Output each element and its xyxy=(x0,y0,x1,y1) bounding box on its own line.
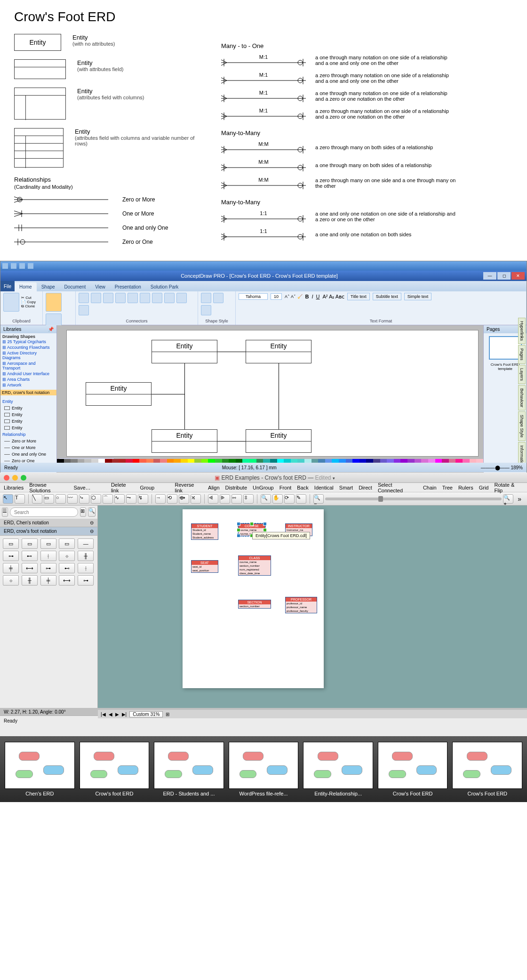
side-tab-pages[interactable]: Pages xyxy=(518,345,526,364)
tab-document[interactable]: Document xyxy=(60,282,91,291)
zoom-in-tool[interactable]: 🔍 xyxy=(261,494,271,504)
menu-ungroup[interactable]: UnGroup xyxy=(253,485,274,490)
ellipse-tool[interactable]: ○ xyxy=(56,494,66,504)
qa-redo-icon[interactable] xyxy=(28,263,33,269)
shadow-button[interactable] xyxy=(201,305,211,315)
text-tool[interactable]: T xyxy=(15,494,25,504)
lib-item[interactable]: ⊞ Active Directory Diagrams xyxy=(2,350,55,361)
connector-chain[interactable] xyxy=(164,293,175,303)
mac-shape[interactable]: ⊶ xyxy=(3,551,19,561)
arc-tool[interactable]: ⌒ xyxy=(103,494,113,504)
menu-direct[interactable]: Direct xyxy=(359,485,372,490)
side-tab-behaviour[interactable]: Behaviour xyxy=(518,385,526,411)
mac-shape[interactable]: ⟐ xyxy=(3,575,19,586)
next-page-button[interactable]: ▶ xyxy=(115,712,119,717)
connector-tree[interactable] xyxy=(176,293,187,303)
fill-button[interactable] xyxy=(201,293,211,303)
line-tool[interactable]: ╲ xyxy=(32,494,42,504)
shape-entity[interactable]: Entity xyxy=(2,405,55,411)
connector-drawing-shapes[interactable] xyxy=(79,293,89,303)
connector-round[interactable] xyxy=(152,293,162,303)
menu-smart[interactable]: Smart xyxy=(339,485,353,490)
font-select[interactable]: Tahoma xyxy=(239,293,268,300)
copy-button[interactable]: 📄 Copy xyxy=(21,300,36,304)
shape-relationship[interactable]: One and only One xyxy=(2,451,55,458)
bold-button[interactable]: B xyxy=(305,294,309,299)
menu-group[interactable]: Group xyxy=(140,485,155,490)
mac-canvas[interactable]: STUDENT Student_id Student_name Student_… xyxy=(98,506,527,708)
line-button[interactable] xyxy=(213,293,224,303)
shape-entity[interactable]: Entity xyxy=(2,425,55,431)
menu-chain[interactable]: Chain xyxy=(423,485,437,490)
zoom-out-button[interactable]: 🔍− xyxy=(313,494,324,504)
title-text-button[interactable]: Title text xyxy=(347,293,370,300)
qa-save-icon[interactable] xyxy=(11,263,16,269)
connector-smart[interactable] xyxy=(128,293,138,303)
view-list-button[interactable]: ☰ xyxy=(2,507,8,517)
connector-direct[interactable] xyxy=(91,293,101,303)
gallery-item[interactable]: Crow's Foot ERD xyxy=(452,742,522,796)
gallery-item[interactable]: Crow's Foot ERD xyxy=(378,742,448,796)
gallery-item[interactable]: WordPress file-refe... xyxy=(229,742,299,796)
side-tab-hyperlinks[interactable]: Hyperlinks xyxy=(518,318,526,344)
menu-reverse-link[interactable]: Reverse link xyxy=(175,482,203,493)
paste-button[interactable] xyxy=(3,293,19,312)
first-page-button[interactable]: |◀ xyxy=(101,712,106,717)
shape-relationship[interactable]: Zero or More xyxy=(2,438,55,444)
erd-professor[interactable]: PROFESSOR professor_id professor_name pr… xyxy=(285,597,317,613)
connector-point[interactable] xyxy=(79,305,89,315)
connector-tool[interactable]: ⤷ xyxy=(79,494,89,504)
tab-home[interactable]: Home xyxy=(15,282,37,291)
select-button[interactable] xyxy=(46,293,62,312)
mac-shape[interactable]: ╪ xyxy=(3,563,19,573)
view-grid-button[interactable]: ⊞ xyxy=(80,507,86,517)
side-tab-layers[interactable]: Layers xyxy=(518,365,526,384)
search-input[interactable] xyxy=(10,507,78,517)
connector-bezier[interactable] xyxy=(115,293,126,303)
erd-section[interactable]: SECTION section_number xyxy=(238,600,271,609)
lib-item[interactable]: ⊞ 25 Typical Orgcharts xyxy=(2,339,55,345)
menu-libraries[interactable]: Libraries xyxy=(4,485,24,490)
bezier-tool[interactable]: ∿ xyxy=(114,494,125,504)
menu-rotate---flip[interactable]: Rotate & Flip xyxy=(494,482,523,493)
file-tab[interactable]: File xyxy=(0,281,15,291)
menu-save-[interactable]: Save… xyxy=(73,485,90,490)
font-size[interactable]: 10 xyxy=(271,293,282,300)
menu-tree[interactable]: Tree xyxy=(442,485,453,490)
tab-shape[interactable]: Shape xyxy=(37,282,60,291)
menu-identical[interactable]: Identical xyxy=(314,485,334,490)
lib-crowsfoot[interactable]: ERD, crow's foot notation⊖ xyxy=(0,527,97,536)
conn-arc[interactable]: ⟲ xyxy=(167,494,177,504)
mac-shape[interactable]: ⊶ xyxy=(78,575,94,586)
eyedropper-tool[interactable]: ✎ xyxy=(296,494,306,504)
minimize-button[interactable]: — xyxy=(483,272,496,280)
gallery-item[interactable]: Crow's foot ERD xyxy=(80,742,150,796)
lib-item[interactable]: ⊞ Artwork xyxy=(2,382,55,388)
conn-round[interactable]: ⟴ xyxy=(179,494,189,504)
menu-browse-solutions[interactable]: Browse Solutions xyxy=(29,482,68,493)
simple-text-button[interactable]: Simple text xyxy=(404,293,432,300)
pointer-tool[interactable]: ↖ xyxy=(3,494,13,504)
prev-page-button[interactable]: ◀ xyxy=(109,712,112,717)
underline-button[interactable]: U xyxy=(316,294,320,299)
conn-direct[interactable]: → xyxy=(155,494,166,504)
library-selected[interactable]: ERD, crow's foot notation xyxy=(0,390,56,395)
mac-shape[interactable]: ▭ xyxy=(40,538,56,549)
mac-minimize-button[interactable] xyxy=(12,475,18,481)
menu-front[interactable]: Front xyxy=(279,485,292,490)
mac-shape[interactable]: ⟐ xyxy=(59,551,75,561)
qa-undo-icon[interactable] xyxy=(19,263,25,269)
subtitle-text-button[interactable]: Subtitle text xyxy=(373,293,401,300)
mac-shape[interactable]: ⊶ xyxy=(40,563,56,573)
mac-zoom-button[interactable] xyxy=(21,475,26,481)
mac-shape[interactable]: ⊷ xyxy=(59,563,75,573)
mac-shape[interactable]: — xyxy=(78,538,94,549)
shape-entity[interactable]: Entity xyxy=(2,418,55,425)
lib-item[interactable]: ⊞ Android User Interface xyxy=(2,371,55,377)
tab-solution-park[interactable]: Solution Park xyxy=(146,282,183,291)
mac-shape[interactable]: ▭ xyxy=(3,538,19,549)
tab-presentation[interactable]: Presentation xyxy=(110,282,146,291)
pin-icon[interactable]: 📌 xyxy=(48,327,54,332)
erd-student[interactable]: STUDENT Student_id Student_name Student_… xyxy=(191,523,218,540)
mac-shape[interactable]: ⟷ xyxy=(59,575,75,586)
